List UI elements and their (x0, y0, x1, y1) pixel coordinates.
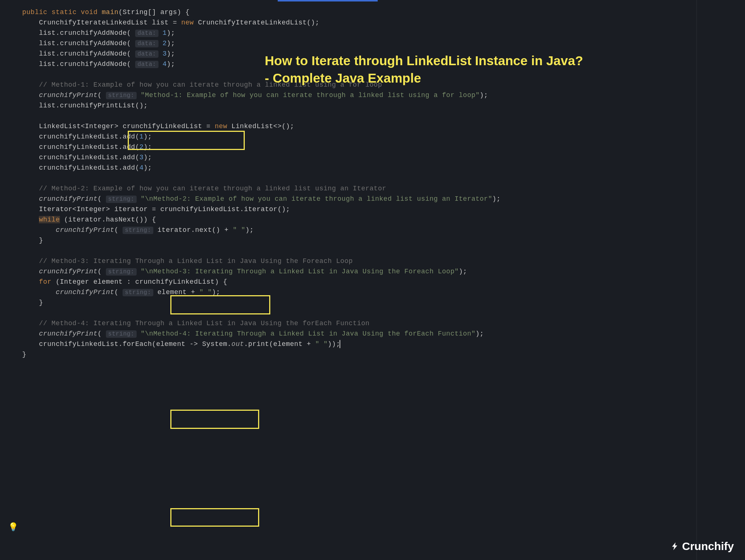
highlight-box-method3 (170, 410, 259, 429)
text-cursor (340, 340, 340, 348)
keyword-while: while (39, 216, 60, 223)
code-line: crunchifyPrint( string: "\nMethod-4: Ite… (22, 329, 745, 339)
param-hint: string: (123, 227, 153, 234)
code-comment: // Method-4: Iterating Through a Linked … (22, 319, 745, 329)
slide-title: How to Iterate through LinkedList Instan… (265, 52, 583, 87)
blank-line (22, 308, 745, 319)
code-line: CrunchifyIterateLinkedList list = new Cr… (22, 18, 745, 28)
code-line: list.crunchifyPrintList(); (22, 101, 745, 111)
code-line: crunchifyLinkedList.forEach(element -> S… (22, 339, 745, 350)
code-comment: // Method-2: Example of how you can iter… (22, 184, 745, 194)
code-line: while (iterator.hasNext()) { (22, 215, 745, 225)
param-hint: string: (123, 289, 153, 296)
code-line: for (Integer element : crunchifyLinkedLi… (22, 277, 745, 287)
blank-line (22, 246, 745, 256)
code-line: } (22, 298, 745, 308)
keyword-for: for (39, 278, 51, 286)
lightbulb-icon[interactable]: 💡 (8, 522, 18, 532)
code-line: crunchifyLinkedList.add(3); (22, 153, 745, 163)
param-hint: data: (135, 61, 158, 68)
keyword-static: static (51, 9, 77, 16)
param-hint: data: (135, 30, 158, 37)
param-hint: string: (106, 196, 137, 203)
code-line: } (22, 236, 745, 246)
code-comment: // Method-3: Iterating Through a Linked … (22, 256, 745, 267)
param-hint: string: (106, 330, 137, 338)
code-line: crunchifyLinkedList.add(2); (22, 142, 745, 153)
code-line: crunchifyPrint( string: "\nMethod-3: Ite… (22, 267, 745, 277)
tab-active-indicator (278, 0, 378, 1)
editor-right-margin (696, 0, 697, 560)
code-line: list.crunchifyAddNode( data: 2); (22, 39, 745, 49)
crunchify-logo: Crunchify (669, 540, 734, 553)
code-line: crunchifyPrint( string: "Method-1: Examp… (22, 90, 745, 101)
param-hint: string: (106, 92, 137, 99)
code-line: list.crunchifyAddNode( data: 1); (22, 28, 745, 39)
code-line: crunchifyPrint( string: "\nMethod-2: Exa… (22, 194, 745, 204)
code-line: crunchifyLinkedList.add(1); (22, 132, 745, 142)
code-line: crunchifyLinkedList.add(4); (22, 163, 745, 173)
code-line: Iterator<Integer> iterator = crunchifyLi… (22, 204, 745, 215)
code-line: crunchifyPrint( string: iterator.next() … (22, 225, 745, 236)
param-hint: string: (106, 268, 137, 276)
highlight-box-method4 (170, 508, 259, 527)
blank-line (22, 111, 745, 121)
keyword-void: void (81, 9, 97, 16)
keyword-public: public (22, 9, 47, 16)
code-line: } (22, 350, 745, 360)
param-hint: data: (135, 40, 158, 47)
blank-line (22, 173, 745, 184)
code-line: crunchifyPrint( string: element + " "); (22, 287, 745, 298)
code-line: public static void main(String[] args) { (22, 7, 745, 18)
crunchify-icon (669, 541, 680, 551)
code-line: LinkedList<Integer> crunchifyLinkedList … (22, 121, 745, 132)
method-main: main (102, 9, 118, 16)
param-hint: data: (135, 50, 158, 58)
